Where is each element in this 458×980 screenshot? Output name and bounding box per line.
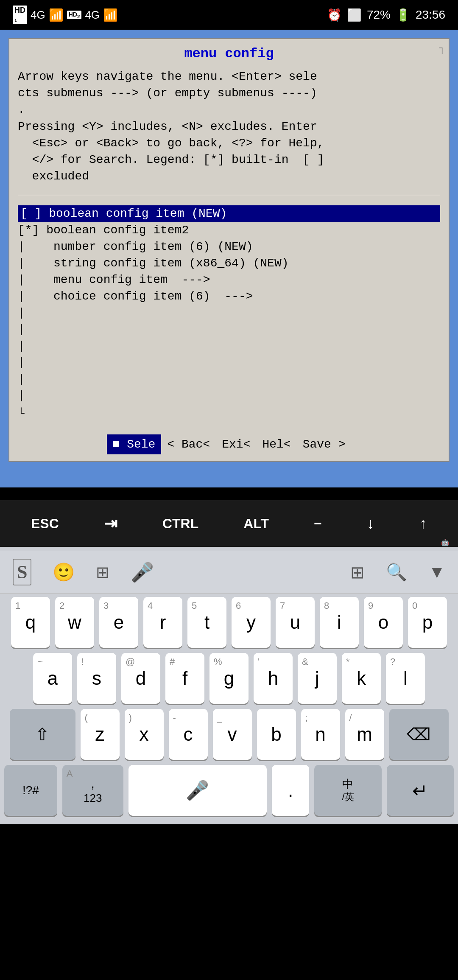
select-button[interactable]: ■ Sele bbox=[107, 434, 162, 454]
menu-item-12: | bbox=[18, 387, 440, 404]
key-u[interactable]: 7u bbox=[276, 597, 315, 648]
menu-item-9: | bbox=[18, 338, 440, 354]
menu-item-4[interactable]: | string config item (x86_64) (NEW) bbox=[18, 255, 440, 272]
alt-key[interactable]: ALT bbox=[235, 512, 277, 536]
battery-percent: 72% bbox=[367, 8, 391, 22]
key-b[interactable]: b bbox=[257, 709, 296, 760]
key-row-4: !?# A , 123 🎤 . 中 /英 ↵ bbox=[4, 765, 454, 816]
key-j[interactable]: &j bbox=[298, 653, 337, 704]
terminal-title: menu config bbox=[9, 39, 449, 65]
blue-bottom-bar bbox=[0, 470, 458, 487]
key-y[interactable]: 6y bbox=[232, 597, 271, 648]
rotate-icon: ⬜ bbox=[347, 8, 362, 22]
status-left: HD₁ 4G 📶 HD2 4G 📶 bbox=[13, 6, 118, 24]
key-n[interactable]: ;n bbox=[301, 709, 340, 760]
tab-key[interactable]: ⇥ bbox=[95, 510, 126, 537]
signal1-icon: 📶 bbox=[49, 8, 64, 22]
down-arrow-key[interactable]: ↓ bbox=[358, 510, 383, 537]
menu-item-6[interactable]: | choice config item (6) ---> bbox=[18, 288, 440, 305]
key-k[interactable]: *k bbox=[342, 653, 381, 704]
key-p[interactable]: 0p bbox=[408, 597, 447, 648]
key-x[interactable]: )x bbox=[125, 709, 164, 760]
signal2-icon: 📶 bbox=[103, 8, 118, 22]
grid-icon[interactable]: ⊞ bbox=[350, 563, 365, 582]
network2-icon: 4G bbox=[85, 8, 100, 22]
dropdown-icon[interactable]: ▼ bbox=[428, 563, 445, 582]
key-l[interactable]: ?l bbox=[386, 653, 425, 704]
microphone-space-icon[interactable]: 🎤 bbox=[186, 779, 209, 801]
shift-key[interactable]: ⇧ bbox=[10, 709, 75, 760]
alarm-icon: ⏰ bbox=[327, 8, 342, 22]
menu-list: [ ] boolean config item (NEW) [*] boolea… bbox=[9, 202, 449, 407]
space-key[interactable]: 🎤 bbox=[128, 765, 267, 816]
robot-emoji: 🤖 bbox=[441, 538, 450, 546]
terminal-wrapper: menu config Arrow keys navigate the menu… bbox=[0, 30, 458, 470]
menu-item-8: | bbox=[18, 321, 440, 338]
up-arrow-key[interactable]: ↑ bbox=[411, 510, 436, 537]
key-row-3: ⇧ (z )x -c _v b ;n /m ⌫ bbox=[4, 709, 454, 760]
minus-key[interactable]: − bbox=[305, 512, 330, 536]
ctrl-key[interactable]: CTRL bbox=[154, 512, 207, 536]
terminal-instructions: Arrow keys navigate the menu. <Enter> se… bbox=[9, 65, 449, 188]
key-m[interactable]: /m bbox=[345, 709, 384, 760]
battery-icon: 🔋 bbox=[396, 8, 411, 22]
corner-mark: ┐ bbox=[439, 42, 445, 54]
key-z[interactable]: (z bbox=[81, 709, 120, 760]
menu-item-1[interactable]: [ ] boolean config item (NEW) bbox=[18, 205, 440, 222]
menu-item-7: | bbox=[18, 305, 440, 321]
keyboard-rows: 1q 2w 3e 4r 5t 6y 7u 8i 9o 0p ~a !s @d #… bbox=[0, 594, 458, 824]
menu-item-2[interactable]: [*] boolean config item2 bbox=[18, 222, 440, 238]
status-bar: HD₁ 4G 📶 HD2 4G 📶 ⏰ ⬜ 72% 🔋 23:56 bbox=[0, 0, 458, 30]
backspace-key[interactable]: ⌫ bbox=[389, 709, 449, 760]
key-row-2: ~a !s @d #f %g 'h &j *k ?l bbox=[4, 653, 454, 704]
key-t[interactable]: 5t bbox=[187, 597, 226, 648]
key-s[interactable]: !s bbox=[77, 653, 116, 704]
key-w[interactable]: 2w bbox=[55, 597, 94, 648]
keyboard-layout-icon[interactable]: ⊞ bbox=[96, 563, 109, 582]
key-e[interactable]: 3e bbox=[99, 597, 138, 648]
special-key-bar: ESC ⇥ CTRL ALT − ↓ ↑ bbox=[0, 500, 458, 547]
back-button[interactable]: < Bac< bbox=[161, 434, 216, 454]
terminal-panel: menu config Arrow keys navigate the menu… bbox=[8, 38, 450, 462]
key-d[interactable]: @d bbox=[121, 653, 160, 704]
microphone-icon[interactable]: 🎤 bbox=[131, 561, 154, 583]
network1-icon: 4G bbox=[31, 8, 45, 22]
key-h[interactable]: 'h bbox=[254, 653, 293, 704]
corner-bottom-left: └ bbox=[9, 407, 449, 423]
key-q[interactable]: 1q bbox=[11, 597, 50, 648]
menu-item-3[interactable]: | number config item (6) (NEW) bbox=[18, 238, 440, 255]
menu-item-5[interactable]: | menu config item ---> bbox=[18, 272, 440, 288]
help-button[interactable]: Hel< bbox=[256, 434, 296, 454]
key-o[interactable]: 9o bbox=[364, 597, 403, 648]
hd2-badge: HD2 bbox=[67, 11, 82, 20]
menu-item-10: | bbox=[18, 354, 440, 371]
keyboard-toolbar-left: S 🙂 ⊞ 🎤 bbox=[13, 559, 154, 585]
hd1-badge: HD₁ bbox=[13, 6, 27, 24]
key-f[interactable]: #f bbox=[165, 653, 204, 704]
emoji-icon[interactable]: 🙂 bbox=[53, 562, 75, 582]
chinese-key[interactable]: 中 /英 bbox=[314, 765, 381, 816]
keyboard-toolbar-right: ⊞ 🔍 ▼ bbox=[350, 562, 445, 582]
save-button[interactable]: Save > bbox=[297, 434, 352, 454]
key-v[interactable]: _v bbox=[213, 709, 252, 760]
status-right: ⏰ ⬜ 72% 🔋 23:56 bbox=[327, 8, 445, 22]
keyboard-area: S 🙂 ⊞ 🎤 ⊞ 🔍 ▼ 🤖 1q 2w 3e 4r 5t 6y bbox=[0, 547, 458, 824]
symbols-key[interactable]: !?# bbox=[4, 765, 57, 816]
swype-icon[interactable]: S bbox=[13, 559, 31, 585]
key-c[interactable]: -c bbox=[169, 709, 208, 760]
search-icon[interactable]: 🔍 bbox=[386, 562, 407, 582]
menu-divider bbox=[18, 195, 440, 195]
key-row-1: 1q 2w 3e 4r 5t 6y 7u 8i 9o 0p bbox=[4, 597, 454, 648]
key-g[interactable]: %g bbox=[209, 653, 249, 704]
exit-button[interactable]: Exi< bbox=[216, 434, 256, 454]
bottom-buttons: ■ Sele < Bac< Exi< Hel< Save > bbox=[9, 428, 449, 461]
key-i[interactable]: 8i bbox=[320, 597, 359, 648]
key-a[interactable]: ~a bbox=[33, 653, 72, 704]
esc-key[interactable]: ESC bbox=[22, 512, 67, 536]
period-key[interactable]: . bbox=[272, 765, 309, 816]
menu-item-11: | bbox=[18, 371, 440, 387]
num-key[interactable]: A , 123 bbox=[62, 765, 123, 816]
key-r[interactable]: 4r bbox=[143, 597, 182, 648]
enter-key[interactable]: ↵ bbox=[387, 765, 454, 816]
black-bar bbox=[0, 487, 458, 500]
